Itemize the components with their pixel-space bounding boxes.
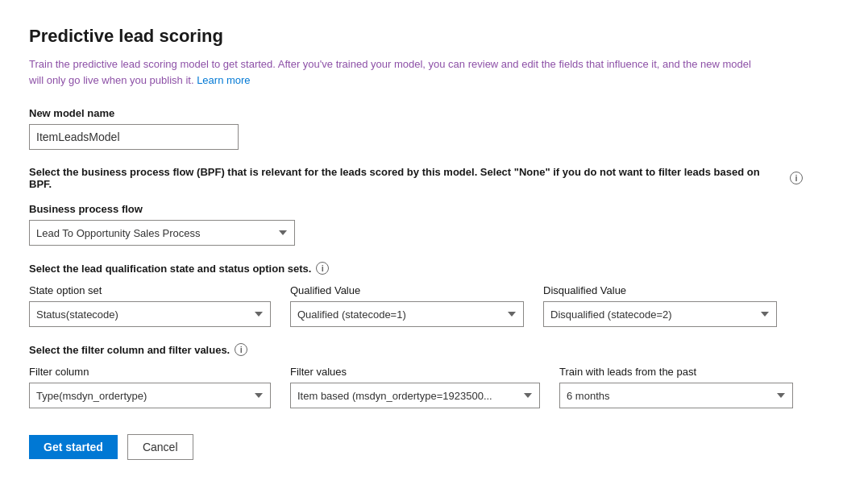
disqualified-select-wrapper: Disqualified (statecode=2) bbox=[543, 301, 777, 327]
train-leads-col: Train with leads from the past 6 months … bbox=[559, 366, 793, 408]
train-leads-wrapper: 6 months 3 months 12 months bbox=[559, 383, 793, 408]
model-name-label: New model name bbox=[29, 107, 839, 119]
description-part1: Train the predictive lead scoring model … bbox=[29, 58, 751, 86]
lead-qualification-label: Select the lead qualification state and … bbox=[29, 263, 311, 275]
page-container: Predictive lead scoring Train the predic… bbox=[0, 0, 868, 501]
disqualified-value-label: Disqualified Value bbox=[543, 284, 777, 296]
qualified-value-label: Qualified Value bbox=[290, 284, 524, 296]
state-option-set-dropdown[interactable]: Status(statecode) bbox=[29, 301, 271, 327]
filter-fields: Filter column Type(msdyn_ordertype) Filt… bbox=[29, 366, 839, 408]
train-leads-label: Train with leads from the past bbox=[559, 366, 793, 378]
lead-qualification-section: Select the lead qualification state and … bbox=[29, 262, 839, 327]
disqualified-value-dropdown[interactable]: Disqualified (statecode=2) bbox=[543, 301, 777, 327]
model-name-input[interactable] bbox=[29, 124, 239, 150]
qualified-value-col: Qualified Value Qualified (statecode=1) bbox=[290, 284, 524, 327]
disqualified-value-col: Disqualified Value Disqualified (stateco… bbox=[543, 284, 777, 327]
filter-values-label: Filter values bbox=[290, 366, 540, 378]
model-name-section: New model name bbox=[29, 107, 839, 150]
learn-more-link[interactable]: Learn more bbox=[197, 74, 250, 86]
bpf-info-text: Select the business process flow (BPF) t… bbox=[29, 166, 803, 190]
filter-section-label: Select the filter column and filter valu… bbox=[29, 344, 230, 356]
bpf-select-wrapper: Lead To Opportunity Sales Process None bbox=[29, 220, 295, 246]
page-title: Predictive lead scoring bbox=[29, 26, 839, 47]
bpf-dropdown[interactable]: Lead To Opportunity Sales Process None bbox=[29, 220, 295, 246]
filter-column-dropdown[interactable]: Type(msdyn_ordertype) bbox=[29, 383, 271, 408]
state-option-set-col: State option set Status(statecode) bbox=[29, 284, 271, 327]
lead-qualification-header: Select the lead qualification state and … bbox=[29, 262, 839, 275]
button-row: Get started Cancel bbox=[29, 434, 839, 460]
bpf-info-icon[interactable]: i bbox=[790, 172, 803, 184]
description-text: Train the predictive lead scoring model … bbox=[29, 56, 754, 88]
filter-column-wrapper: Type(msdyn_ordertype) bbox=[29, 383, 271, 408]
filter-values-dropdown[interactable]: Item based (msdyn_ordertype=1923500... bbox=[290, 383, 540, 408]
filter-column-col: Filter column Type(msdyn_ordertype) bbox=[29, 366, 271, 408]
get-started-button[interactable]: Get started bbox=[29, 435, 118, 459]
qualified-select-wrapper: Qualified (statecode=1) bbox=[290, 301, 524, 327]
bpf-info-label: Select the business process flow (BPF) t… bbox=[29, 166, 785, 190]
filter-column-label: Filter column bbox=[29, 366, 271, 378]
filter-section-header: Select the filter column and filter valu… bbox=[29, 343, 839, 356]
lead-qualification-fields: State option set Status(statecode) Quali… bbox=[29, 284, 839, 327]
train-leads-dropdown[interactable]: 6 months 3 months 12 months bbox=[559, 383, 793, 408]
filter-values-wrapper: Item based (msdyn_ordertype=1923500... bbox=[290, 383, 540, 408]
qualified-value-dropdown[interactable]: Qualified (statecode=1) bbox=[290, 301, 524, 327]
bpf-section: Business process flow Lead To Opportunit… bbox=[29, 203, 839, 246]
state-option-set-label: State option set bbox=[29, 284, 271, 296]
filter-section: Select the filter column and filter valu… bbox=[29, 343, 839, 408]
cancel-button[interactable]: Cancel bbox=[127, 434, 193, 460]
bpf-label: Business process flow bbox=[29, 203, 839, 215]
lead-qualification-info-icon[interactable]: i bbox=[316, 262, 329, 275]
filter-info-icon[interactable]: i bbox=[235, 343, 247, 356]
state-select-wrapper: Status(statecode) bbox=[29, 301, 271, 327]
filter-values-col: Filter values Item based (msdyn_ordertyp… bbox=[290, 366, 540, 408]
